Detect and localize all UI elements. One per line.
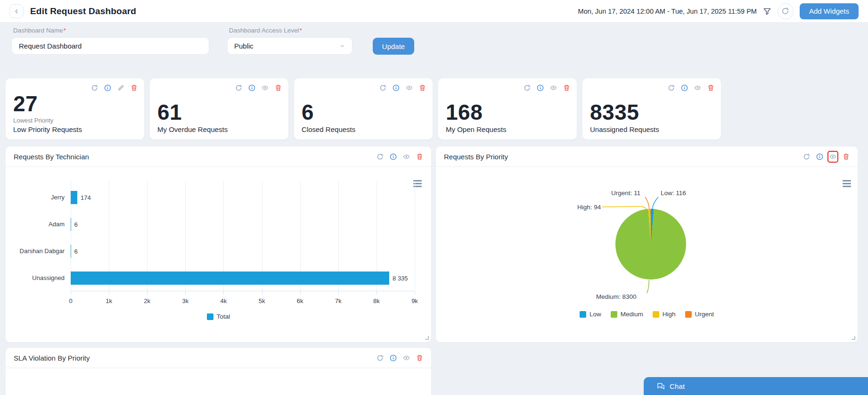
bar[interactable] [71, 272, 389, 285]
panel-actions [377, 153, 423, 160]
add-widgets-button[interactable]: Add Widgets [800, 3, 859, 19]
refresh-icon[interactable] [524, 84, 531, 91]
filter-icon[interactable] [763, 7, 771, 16]
legend-swatch [611, 311, 617, 318]
page-title: Edit Request Dashboard [30, 6, 136, 16]
card-label: Unassigned Requests [590, 125, 713, 133]
refresh-icon[interactable] [235, 84, 242, 91]
legend-label: High [663, 311, 676, 318]
info-icon[interactable] [104, 84, 111, 91]
refresh-icon[interactable] [379, 84, 386, 91]
legend-item[interactable]: Low [580, 311, 601, 318]
x-tick-label: 4k [221, 297, 227, 304]
card-actions [379, 84, 426, 91]
x-tick-label: 8k [373, 297, 380, 304]
info-icon[interactable] [681, 84, 688, 91]
required-marker: * [300, 27, 302, 34]
stat-card: 8335Unassigned Requests [582, 78, 721, 140]
card-actions [91, 84, 138, 91]
stat-card: 27Lowest PriorityLow Priority Requests [6, 78, 144, 140]
chat-label: Chat [670, 382, 685, 390]
legend-label: Urgent [695, 311, 714, 318]
refresh-icon[interactable] [377, 153, 384, 160]
x-tick-label: 3k [182, 297, 188, 304]
panel-resize-handle[interactable] [425, 336, 429, 340]
card-subtitle: Lowest Priority [13, 117, 137, 124]
eye-icon[interactable] [550, 84, 557, 91]
delete-icon[interactable] [131, 84, 138, 91]
refresh-dashboard-button[interactable] [778, 3, 794, 19]
update-button[interactable]: Update [373, 38, 414, 55]
refresh-icon[interactable] [377, 354, 384, 362]
refresh-icon [781, 7, 789, 15]
bar-track: 6 [71, 245, 415, 258]
delete-icon[interactable] [416, 153, 423, 160]
charts-row: Requests By Technician Jerry174Adam6Dars… [6, 147, 858, 342]
info-icon[interactable] [816, 153, 823, 160]
bar-track: 8 335 [71, 272, 415, 285]
delete-icon[interactable] [563, 84, 570, 91]
bar[interactable] [71, 191, 77, 204]
info-icon[interactable] [393, 84, 400, 91]
bar-track: 6 [71, 218, 415, 231]
stat-card: 6Closed Requests [294, 78, 433, 140]
legend-item[interactable]: High [653, 311, 676, 318]
bar-chart-rows: Jerry174Adam6Darshan Dabgar6Unassigned8 … [15, 184, 415, 291]
edit-icon[interactable] [117, 84, 124, 91]
panel-title: Requests By Technician [14, 153, 89, 161]
panel-title: SLA Violation By Priority [14, 354, 90, 362]
legend-item[interactable]: Medium [611, 311, 643, 318]
bar-chart-body: Jerry174Adam6Darshan Dabgar6Unassigned8 … [6, 167, 431, 342]
panel-actions [377, 354, 423, 362]
pie-chart[interactable] [615, 209, 686, 280]
card-value: 61 [157, 101, 281, 124]
info-icon[interactable] [390, 153, 397, 160]
bar-value-label: 174 [81, 194, 91, 201]
eye-icon[interactable] [262, 84, 269, 91]
legend-label: Low [590, 311, 601, 318]
dashboard-access-label: Dashboard Access Level* [229, 27, 352, 34]
eye-icon[interactable] [406, 84, 413, 91]
eye-icon[interactable] [827, 151, 838, 163]
grid-line [415, 181, 415, 291]
bar-row: Jerry174 [15, 184, 415, 211]
legend-item[interactable]: Total [207, 313, 230, 320]
legend-item[interactable]: Urgent [685, 311, 714, 318]
chat-bar[interactable]: Chat [644, 377, 868, 395]
info-icon[interactable] [248, 84, 255, 91]
delete-icon[interactable] [419, 84, 426, 91]
refresh-icon[interactable] [91, 84, 98, 91]
chevron-down-icon [339, 43, 345, 49]
refresh-icon[interactable] [803, 153, 810, 160]
delete-icon[interactable] [275, 84, 282, 91]
eye-icon[interactable] [403, 153, 410, 160]
category-label: Darshan Dabgar [15, 247, 71, 255]
card-actions [524, 84, 570, 91]
x-tick-label: 9k [411, 297, 418, 304]
bar-track: 174 [71, 191, 415, 204]
back-button[interactable] [9, 4, 24, 18]
card-label: Closed Requests [302, 125, 425, 133]
card-actions [235, 84, 282, 91]
info-icon[interactable] [390, 354, 397, 362]
dashboard-access-select[interactable]: Public [227, 37, 352, 55]
panel-resize-handle[interactable] [852, 336, 855, 340]
refresh-icon[interactable] [668, 84, 675, 91]
panel-requests-by-priority: Requests By Priority Low: 116Medium: 830… [436, 147, 858, 342]
card-label: Low Priority Requests [13, 125, 137, 133]
panel-title: Requests By Priority [444, 153, 508, 161]
eye-icon[interactable] [694, 84, 701, 91]
stat-card: 61My Overdue Requests [150, 78, 288, 140]
stat-cards-row: 27Lowest PriorityLow Priority Requests61… [6, 78, 868, 140]
delete-icon[interactable] [707, 84, 714, 91]
date-range[interactable]: Mon, Jun 17, 2024 12:00 AM - Tue, Jun 17… [578, 8, 757, 15]
bar-row: Darshan Dabgar6 [15, 238, 415, 264]
legend-swatch [685, 311, 692, 318]
delete-icon[interactable] [843, 153, 850, 160]
info-icon[interactable] [537, 84, 544, 91]
card-value: 8335 [590, 101, 713, 124]
chat-icon [656, 382, 665, 390]
eye-icon[interactable] [403, 354, 410, 362]
dashboard-name-input[interactable] [11, 37, 209, 55]
delete-icon[interactable] [416, 354, 423, 362]
